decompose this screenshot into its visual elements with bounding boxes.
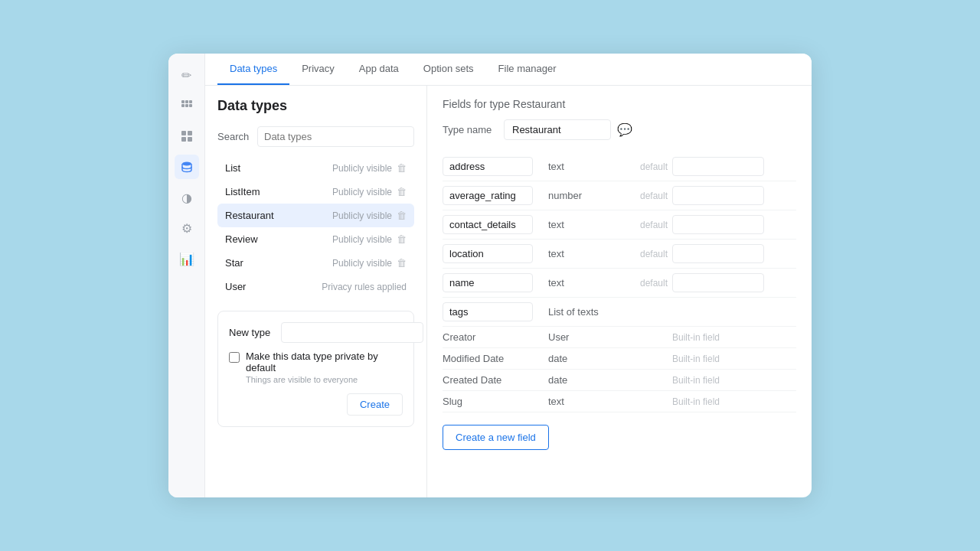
private-subtitle: Things are visible to everyone bbox=[246, 375, 403, 384]
field-row-location: text default bbox=[443, 240, 796, 269]
svg-rect-0 bbox=[181, 100, 185, 103]
builtin-type-created-date: date bbox=[542, 374, 626, 386]
search-input[interactable] bbox=[257, 126, 414, 147]
field-type-tags: List of texts bbox=[542, 306, 626, 318]
sidebar: ✏ ◑ bbox=[168, 54, 205, 497]
field-name-input-tags[interactable] bbox=[443, 302, 533, 321]
field-default-label-average-rating: default bbox=[626, 191, 672, 201]
create-btn-wrapper: Create bbox=[229, 393, 403, 416]
tab-app-data[interactable]: App data bbox=[347, 54, 411, 85]
type-item-user[interactable]: User Privacy rules applied bbox=[217, 275, 414, 298]
field-default-input-location[interactable] bbox=[672, 244, 764, 263]
field-row-name: text default bbox=[443, 269, 796, 298]
type-visibility-review: Publicly visible 🗑 bbox=[332, 233, 407, 245]
type-name-label: Type name bbox=[443, 124, 498, 135]
tab-privacy[interactable]: Privacy bbox=[289, 54, 347, 85]
field-default-label-location: default bbox=[626, 249, 672, 259]
type-name-list: List bbox=[225, 162, 240, 174]
type-name-review: Review bbox=[225, 233, 258, 245]
type-visibility-star: Publicly visible 🗑 bbox=[332, 257, 407, 269]
type-name-user: User bbox=[225, 281, 246, 292]
field-name-input-location[interactable] bbox=[443, 244, 533, 263]
type-name-input[interactable] bbox=[504, 119, 611, 140]
field-row-contact-details: text default bbox=[443, 210, 796, 240]
type-item-restaurant[interactable]: Restaurant Publicly visible 🗑 bbox=[217, 204, 414, 227]
svg-rect-6 bbox=[181, 131, 186, 135]
type-name-star: Star bbox=[225, 257, 243, 269]
builtin-label-creator: Built-in field bbox=[626, 332, 720, 343]
settings-icon[interactable]: ⚙ bbox=[175, 216, 199, 240]
private-text: Make this data type private by default T… bbox=[246, 350, 403, 384]
field-type-location: text bbox=[542, 248, 626, 259]
builtin-type-modified-date: date bbox=[542, 353, 626, 364]
field-row-created-date: Created Date date Built-in field bbox=[443, 370, 796, 391]
svg-rect-1 bbox=[185, 100, 188, 103]
type-item-review[interactable]: Review Publicly visible 🗑 bbox=[217, 227, 414, 251]
trash-icon-star[interactable]: 🗑 bbox=[397, 257, 407, 269]
field-default-input-address[interactable] bbox=[672, 157, 764, 176]
svg-rect-5 bbox=[189, 104, 192, 107]
svg-rect-8 bbox=[181, 137, 186, 142]
trash-icon-listitem[interactable]: 🗑 bbox=[397, 186, 407, 197]
field-type-average-rating: number bbox=[542, 190, 626, 201]
new-type-label: New type bbox=[229, 327, 275, 338]
right-panel: Fields for type Restaurant Type name 💬 t… bbox=[427, 86, 812, 497]
new-type-input[interactable] bbox=[281, 322, 423, 343]
svg-rect-4 bbox=[185, 104, 188, 107]
tab-option-sets[interactable]: Option sets bbox=[411, 54, 486, 85]
new-type-row: New type bbox=[229, 322, 403, 343]
type-visibility-user: Privacy rules applied bbox=[322, 282, 407, 292]
type-list: List Publicly visible 🗑 ListItem Publicl… bbox=[217, 156, 414, 298]
tab-file-manager[interactable]: File manager bbox=[486, 54, 569, 85]
type-visibility-restaurant: Publicly visible 🗑 bbox=[332, 210, 407, 221]
field-name-input-average-rating[interactable] bbox=[443, 186, 533, 205]
private-title: Make this data type private by default bbox=[246, 350, 403, 373]
type-item-list[interactable]: List Publicly visible 🗑 bbox=[217, 156, 414, 180]
field-name-input-name[interactable] bbox=[443, 273, 533, 292]
builtin-type-creator: User bbox=[542, 331, 626, 343]
pencil-icon[interactable]: ✏ bbox=[175, 63, 199, 87]
search-row: Search bbox=[217, 126, 414, 147]
svg-rect-7 bbox=[188, 131, 192, 135]
type-item-star[interactable]: Star Publicly visible 🗑 bbox=[217, 251, 414, 275]
sitemap-icon[interactable] bbox=[175, 93, 199, 118]
builtin-label-modified-date: Built-in field bbox=[626, 354, 720, 364]
type-name-listitem: ListItem bbox=[225, 186, 260, 197]
builtin-label-slug: Built-in field bbox=[626, 396, 720, 407]
svg-rect-9 bbox=[188, 137, 192, 142]
type-item-listitem[interactable]: ListItem Publicly visible 🗑 bbox=[217, 180, 414, 204]
field-name-input-contact-details[interactable] bbox=[443, 215, 533, 234]
svg-point-10 bbox=[182, 162, 191, 166]
field-default-input-average-rating[interactable] bbox=[672, 186, 764, 205]
field-type-contact-details: text bbox=[542, 219, 626, 230]
field-row-slug: Slug text Built-in field bbox=[443, 391, 796, 412]
tab-data-types[interactable]: Data types bbox=[217, 54, 289, 85]
search-label: Search bbox=[217, 131, 251, 142]
create-new-field-button[interactable]: Create a new field bbox=[443, 425, 549, 450]
field-type-name: text bbox=[542, 277, 626, 289]
private-checkbox[interactable] bbox=[229, 352, 240, 363]
builtin-name-creator: Creator bbox=[443, 331, 475, 343]
field-type-address: text bbox=[542, 161, 626, 172]
chart-icon[interactable]: 📊 bbox=[175, 246, 199, 271]
trash-icon-review[interactable]: 🗑 bbox=[397, 233, 407, 245]
field-name-input-address[interactable] bbox=[443, 157, 533, 176]
panel-title: Data types bbox=[217, 98, 414, 114]
trash-icon-restaurant[interactable]: 🗑 bbox=[397, 210, 407, 221]
grid-icon[interactable] bbox=[175, 124, 199, 148]
comment-icon[interactable]: 💬 bbox=[617, 122, 632, 137]
builtin-label-created-date: Built-in field bbox=[626, 375, 720, 386]
field-default-label-address: default bbox=[626, 161, 672, 172]
trash-icon-list[interactable]: 🗑 bbox=[397, 162, 407, 174]
field-default-input-contact-details[interactable] bbox=[672, 215, 764, 234]
tab-bar: Data types Privacy App data Option sets … bbox=[205, 54, 812, 86]
field-row-creator: Creator User Built-in field bbox=[443, 327, 796, 348]
type-name-row: Type name 💬 bbox=[443, 119, 796, 140]
content-area: Data types Search List Publicly visible … bbox=[205, 86, 812, 497]
new-type-card: New type Make this data type private by … bbox=[217, 311, 414, 427]
create-button[interactable]: Create bbox=[347, 393, 403, 416]
palette-icon[interactable]: ◑ bbox=[175, 185, 199, 210]
database-icon[interactable] bbox=[175, 155, 199, 179]
type-visibility-list: Publicly visible 🗑 bbox=[332, 162, 407, 174]
field-default-input-name[interactable] bbox=[672, 273, 764, 292]
